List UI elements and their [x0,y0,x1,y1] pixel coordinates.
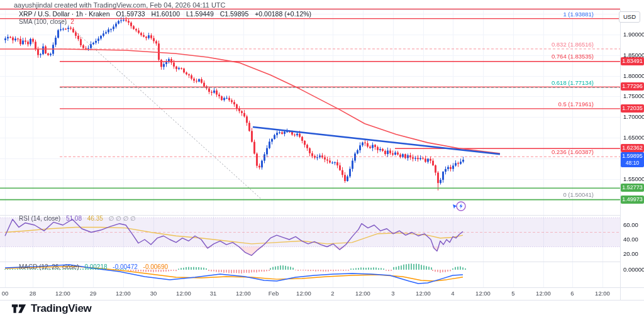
tradingview-logo-icon [11,302,26,316]
rsi-scale-label: 20.00 [623,250,638,257]
time-axis-label: 12:00 [116,290,131,297]
time-axis-label: 12:00 [536,290,551,297]
rsi-legend[interactable]: RSI (14, close) 51.08 46.35 ∅ ∅ ∅ ∅ [19,215,140,222]
price-scale-label: 1.65000 [623,134,644,141]
time-axis-label: 12:00 [355,290,370,297]
fib-level-label: 0.236 (1.60387) [552,148,594,155]
time-axis-label: 12:00 [176,290,191,297]
price-line-tag: 1.72035 [621,104,644,113]
symbol-header[interactable]: XRP / U.S. Dollar · 1h · Kraken O1.59733… [19,10,316,18]
time-axis-label: 30 [150,290,157,297]
fib-level-label: 0.618 (1.77134) [552,79,594,86]
tradingview-logo[interactable]: TradingView [11,302,92,316]
macd-scale-label: 0.00000 [623,266,644,273]
ohlc-low: L1.59449 [186,10,214,18]
time-axis-label: 6 [570,290,574,297]
price-scale-label: 1.75000 [623,92,644,99]
fib-level-label: 0.5 (1.71961) [558,101,594,108]
price-change: +0.00188 (+0.12%) [255,10,311,18]
price-scale-label: 1.80000 [623,72,644,79]
time-axis-label: 12:00 [55,290,70,297]
time-axis-label: 28 [30,290,36,297]
macd-hist-value: 0.00218 [84,263,107,270]
sma-label: SMA (100, close) [19,18,67,25]
time-axis-label: 5 [511,290,514,297]
price-scale-label: 1.90000 [623,31,644,38]
fib-level-label: 0 (1.50041) [563,191,594,198]
time-axis-label: 31 [210,290,217,297]
time-axis-label: 4 [451,290,454,297]
last-price-tag: 1.5989548:10 [621,152,644,167]
time-axis-label: 12:00 [416,290,431,297]
time-axis-label: 12:00 [236,290,251,297]
fib-level-label: 0.764 (1.83535) [552,53,594,60]
time-axis-label: 2 [331,290,334,297]
macd-value: -0.00472 [113,263,137,270]
time-axis-label: 3 [391,290,394,297]
price-scale-label: 1.55000 [623,175,644,182]
time-axis-label: 12:00 [595,290,610,297]
ohlc-open: O1.59733 [116,10,145,18]
chart-canvas[interactable] [0,0,644,320]
rsi-scale-label: 40.00 [623,236,638,243]
time-axis-label: 00 [2,290,9,297]
macd-legend[interactable]: MACD (12, 26, close) 0.00218 -0.00472 -0… [19,263,172,270]
sma-legend[interactable]: SMA (100, close)2 [19,18,74,25]
fib-level-label: 0.832 (1.86516) [552,41,594,48]
sma-value: 2 [70,18,74,25]
symbol-title: XRP / U.S. Dollar · 1h · Kraken [19,10,110,18]
ohlc-high: H1.60100 [152,10,180,18]
rsi-hidden-values: ∅ ∅ ∅ ∅ [109,215,136,222]
ohlc-close: C1.59895 [220,10,249,18]
macd-label: MACD (12, 26, close) [19,263,79,270]
rsi-label: RSI (14, close) [19,215,60,222]
rsi-ma-value: 46.35 [87,215,103,222]
rsi-value: 51.08 [66,215,82,222]
fib-level-label: 1 (1.93881) [563,11,594,18]
price-line-tag: 1.62362 [621,144,644,152]
drawing-cursor-icon [452,200,468,212]
price-scale-label: 1.70000 [623,113,644,120]
price-line-tag: 1.83491 [621,57,644,65]
price-line-tag: 1.49973 [621,196,644,204]
time-axis-label: 12:00 [296,290,311,297]
tradingview-chart-window: { "attribution": "aayushjindal created w… [0,0,644,320]
time-axis-label: Feb [269,290,279,297]
rsi-scale-label: 60.00 [623,221,638,228]
macd-signal-value: -0.00690 [143,263,168,270]
time-axis-label: 12:00 [475,290,491,297]
attribution-text: aayushjindal created with TradingView.co… [14,1,226,9]
time-axis-label: 29 [90,290,97,297]
price-line-tag: 1.52773 [621,184,644,192]
price-line-tag: 1.77296 [621,82,644,91]
currency-button[interactable]: USD [619,11,640,23]
tradingview-logo-text: TradingView [31,302,92,315]
